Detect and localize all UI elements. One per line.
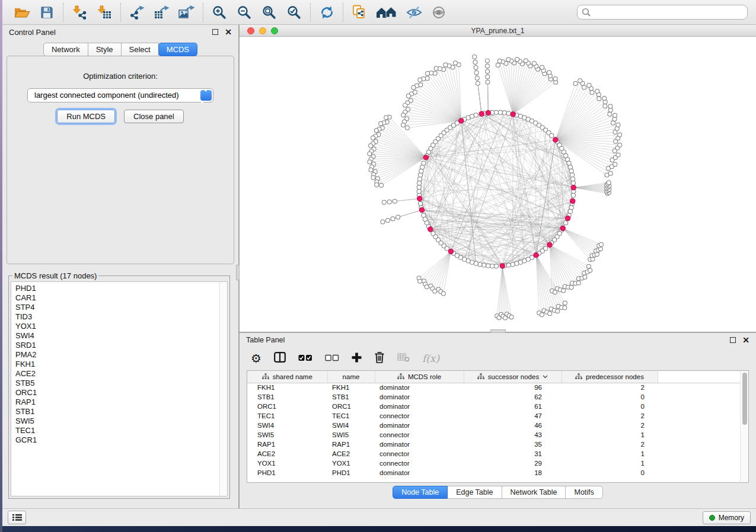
table-cell: RAP1 [247,440,327,449]
table-close-icon[interactable]: ✕ [742,337,749,343]
houses-icon[interactable] [375,4,398,21]
table-row[interactable]: RAP1RAP1dominator352 [247,440,748,449]
close-panel-button[interactable]: Close panel [124,110,184,123]
window-close-icon[interactable] [247,27,254,34]
zoom-out-icon[interactable] [235,4,254,21]
list-item[interactable]: PHD1 [15,284,218,293]
table-row[interactable]: SWI4SWI4dominator462 [247,421,748,430]
criterion-select[interactable]: largest connected component (undirected) [27,88,213,102]
list-item[interactable]: RAP1 [15,398,218,407]
zoom-in-icon[interactable] [210,4,229,21]
open-folder-icon[interactable] [12,4,31,21]
result-list-scrollbar[interactable] [219,282,227,496]
table-panel-header: Table Panel ✕ [240,333,756,347]
table-cell: PHD1 [247,468,327,477]
table-cell: 1 [562,449,658,459]
table-cell: STB1 [327,392,375,402]
list-item[interactable]: ORC1 [15,388,218,398]
tab-edge-table[interactable]: Edge Table [448,486,502,499]
list-item[interactable]: PMA2 [15,350,218,360]
table-row[interactable]: YOX1YOX1connector291 [247,459,748,468]
save-icon[interactable] [37,4,56,21]
table-cell: 61 [464,402,562,411]
column-header[interactable]: shared name [247,371,327,383]
table-float-icon[interactable] [730,337,736,343]
table-row[interactable]: TEC1TEC1connector472 [247,411,748,421]
add-column-icon[interactable] [352,352,362,365]
mcds-result-list[interactable]: PHD1CAR1STP4TID3YOX1SWI4SRD1PMA2FKH1ACE2… [11,281,228,496]
columns-icon[interactable] [274,352,286,365]
close-panel-icon[interactable]: ✕ [225,29,232,35]
memory-button[interactable]: Memory [703,511,751,524]
column-header[interactable]: predecessor nodes [562,371,658,383]
table-scrollbar[interactable] [740,371,748,482]
table-cell: YOX1 [247,459,327,468]
list-item[interactable]: ACE2 [15,369,218,379]
node-table[interactable]: shared namenameMCDS rolesuccessor nodesp… [247,370,749,483]
zoom-fit-icon[interactable] [260,4,279,21]
list-item[interactable]: YOX1 [15,322,218,331]
horizontal-splitter-handle[interactable] [490,329,506,333]
window-zoom-icon[interactable] [271,27,278,34]
tab-mcds[interactable]: MCDS [158,43,197,56]
delete-column-icon[interactable] [374,351,385,366]
table-tabs: Node Table Edge Table Network Table Moti… [240,486,756,499]
deselect-all-icon[interactable] [325,353,339,364]
select-all-icon[interactable] [298,353,312,364]
vertical-splitter-handle[interactable] [236,265,240,280]
run-mcds-button[interactable]: Run MCDS [57,110,115,123]
eye-icon[interactable] [429,4,448,21]
show-panels-button[interactable] [8,511,26,524]
export-network-icon[interactable] [127,4,146,21]
list-item[interactable]: STP4 [15,303,218,312]
column-header[interactable]: MCDS role [375,371,464,383]
window-minimize-icon[interactable] [259,27,266,34]
float-panel-icon[interactable] [212,29,218,35]
column-header[interactable]: name [327,371,375,383]
tab-node-table[interactable]: Node Table [393,486,448,499]
sitemap-icon [575,373,582,380]
tab-network[interactable]: Network [43,43,88,56]
table-scrollbar-thumb[interactable] [742,373,747,425]
tab-style[interactable]: Style [88,43,122,56]
list-item[interactable]: FKH1 [15,360,218,369]
table-cell: 2 [562,411,658,421]
import-network-icon[interactable] [70,4,89,21]
table-row[interactable]: ORC1ORC1dominator610 [247,402,748,411]
list-item[interactable]: CAR1 [15,293,218,303]
table-cell: dominator [375,383,464,392]
table-cell: 2 [562,383,658,392]
gear-icon[interactable]: ⚙ [251,352,261,364]
table-row[interactable]: STB1STB1dominator620 [247,392,748,402]
list-item[interactable]: GCR1 [15,435,218,445]
zoom-selected-icon[interactable] [285,4,304,21]
list-item[interactable]: SWI5 [15,416,218,426]
export-table-icon[interactable] [152,4,171,21]
export-image-icon[interactable] [177,4,196,21]
table-cell: connector [375,459,464,468]
list-item[interactable]: STB1 [15,407,218,416]
tab-network-table[interactable]: Network Table [502,486,566,499]
table-row[interactable]: ACE2ACE2connector311 [247,449,748,459]
sitemap-icon [262,373,269,380]
table-row[interactable]: SWI5SWI5connector431 [247,430,748,440]
list-item[interactable]: SWI4 [15,331,218,341]
list-item[interactable]: STB5 [15,379,218,388]
import-table-icon[interactable] [95,4,114,21]
table-cell: ACE2 [327,449,375,459]
tab-select[interactable]: Select [122,43,159,56]
search-input[interactable] [577,5,748,20]
eye-slash-icon[interactable] [404,4,423,21]
list-item[interactable]: TID3 [15,312,218,322]
select-stepper-icon [200,90,212,101]
column-header[interactable]: successor nodes [464,371,562,383]
table-row[interactable]: FKH1FKH1dominator962 [247,383,748,392]
refresh-icon[interactable] [317,4,336,21]
tab-motifs[interactable]: Motifs [566,486,602,499]
clone-network-icon[interactable] [350,4,369,21]
list-item[interactable]: SRD1 [15,341,218,350]
list-item[interactable]: TEC1 [15,426,218,435]
network-canvas[interactable] [240,37,756,332]
table-cell: STB1 [247,392,327,402]
table-row[interactable]: PHD1PHD1dominator180 [247,468,748,477]
